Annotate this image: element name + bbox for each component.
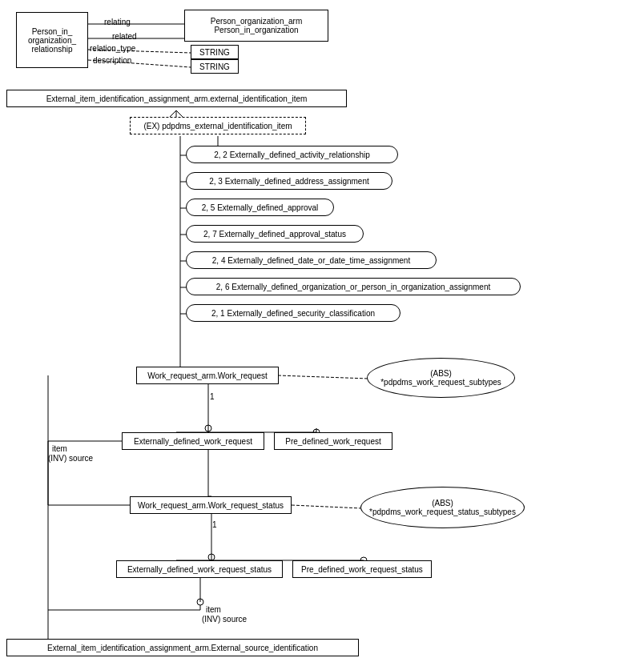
relating-label: relating <box>104 18 131 26</box>
svg-line-17 <box>278 375 368 379</box>
related-label: related <box>112 32 137 41</box>
item-label: item <box>52 444 67 453</box>
num1-label: 1 <box>210 392 215 401</box>
string1-box: STRING <box>191 45 239 59</box>
ext-defined-work-req-status-box: Externally_defined_work_request_status <box>116 560 283 578</box>
inv-source2-label: (INV) source <box>202 615 247 624</box>
inv-source-label: (INV) source <box>48 454 93 463</box>
abs-work-req-status-ellipse: (ABS) *pdpdms_work_request_status_subtyp… <box>360 487 525 528</box>
rounded-item-5: 2, 4 Externally_defined_date_or_date_tim… <box>186 251 437 269</box>
rounded-item-2: 2, 3 Externally_defined_address_assignme… <box>186 172 392 190</box>
svg-point-34 <box>208 554 215 560</box>
relation-type-label: relation_type <box>90 44 135 53</box>
person-org-arm-box: Person_organization_arm Person_in_organi… <box>184 10 328 42</box>
ext-item-id-assign-box: External_item_identification_assignment_… <box>6 90 347 107</box>
svg-point-20 <box>205 425 211 431</box>
work-request-arm-box: Work_request_arm.Work_request <box>136 367 279 384</box>
ext-source-id-box: External_item_identification_assignment_… <box>6 639 359 656</box>
rounded-item-7: 2, 1 Externally_defined_security_classif… <box>186 304 400 322</box>
svg-point-40 <box>197 599 203 605</box>
pdpdms-ext-id-box: (EX) pdpdms_external_identification_item <box>130 117 306 134</box>
rounded-item-3: 2, 5 Externally_defined_approval <box>186 199 334 216</box>
pre-defined-work-req-box: Pre_defined_work_request <box>274 432 392 450</box>
item2-label: item <box>206 605 221 614</box>
pre-defined-work-req-status-box: Pre_defined_work_request_status <box>292 560 432 578</box>
rounded-item-4: 2, 7 Externally_defined_approval_status <box>186 225 364 243</box>
svg-line-31 <box>292 505 362 508</box>
diagram-container: Person_in_ organization_ relationship Pe… <box>0 0 644 666</box>
work-req-status-arm-box: Work_request_arm.Work_request_status <box>130 496 292 514</box>
rounded-item-1: 2, 2 Externally_defined_activity_relatio… <box>186 146 398 163</box>
num1b-label: 1 <box>212 520 217 529</box>
abs-work-req-ellipse: (ABS) *pdpdms_work_request_subtypes <box>367 358 515 398</box>
description-label: description <box>93 56 131 65</box>
rounded-item-6: 2, 6 Externally_defined_organization_or_… <box>186 278 521 295</box>
string2-box: STRING <box>191 59 239 74</box>
ext-defined-work-req-box: Externally_defined_work_request <box>122 432 264 450</box>
person-in-org-rel-box: Person_in_ organization_ relationship <box>16 12 88 68</box>
